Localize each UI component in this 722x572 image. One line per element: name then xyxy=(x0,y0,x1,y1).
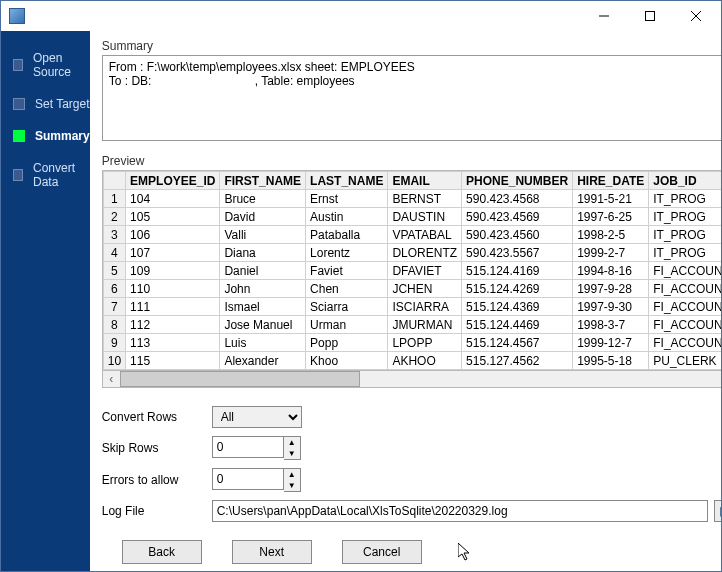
table-cell: Jose Manuel xyxy=(220,316,306,334)
table-cell: 1998-3-7 xyxy=(573,316,649,334)
step-label: Open Source xyxy=(33,51,90,79)
table-cell: 105 xyxy=(126,208,220,226)
close-button[interactable] xyxy=(673,1,719,31)
app-icon xyxy=(9,8,25,24)
table-cell: Lorentz xyxy=(306,244,388,262)
minimize-button[interactable] xyxy=(581,1,627,31)
wizard-step-convert-data[interactable]: Convert Data xyxy=(13,161,90,189)
table-cell: JMURMAN xyxy=(388,316,462,334)
table-cell: Diana xyxy=(220,244,306,262)
scroll-right-icon[interactable]: › xyxy=(718,371,722,387)
wizard-step-set-target[interactable]: Set Target xyxy=(13,97,90,111)
table-cell: Austin xyxy=(306,208,388,226)
summary-text[interactable] xyxy=(102,55,722,141)
table-row[interactable]: 4107DianaLorentzDLORENTZ590.423.55671999… xyxy=(103,244,722,262)
table-cell: Urman xyxy=(306,316,388,334)
table-cell: FI_ACCOUNT xyxy=(649,316,722,334)
table-cell: FI_ACCOUNT xyxy=(649,334,722,352)
table-cell: FI_ACCOUNT xyxy=(649,298,722,316)
horizontal-scrollbar[interactable]: ‹ › xyxy=(102,371,722,388)
table-cell: IT_PROG xyxy=(649,244,722,262)
log-file-browse-button[interactable]: ▤ xyxy=(714,500,722,522)
table-cell: DFAVIET xyxy=(388,262,462,280)
log-file-input[interactable] xyxy=(212,500,708,522)
column-header[interactable]: LAST_NAME xyxy=(306,172,388,190)
next-button[interactable]: Next xyxy=(232,540,312,564)
row-number: 4 xyxy=(103,244,125,262)
table-cell: IT_PROG xyxy=(649,190,722,208)
scroll-left-icon[interactable]: ‹ xyxy=(103,371,120,387)
errors-down-icon[interactable]: ▼ xyxy=(284,480,300,491)
table-cell: DAUSTIN xyxy=(388,208,462,226)
table-cell: 1998-2-5 xyxy=(573,226,649,244)
table-cell: 590.423.5567 xyxy=(462,244,573,262)
table-cell: Sciarra xyxy=(306,298,388,316)
table-cell: 1991-5-21 xyxy=(573,190,649,208)
table-cell: Daniel xyxy=(220,262,306,280)
table-row[interactable]: 10115AlexanderKhooAKHOO515.127.45621995-… xyxy=(103,352,722,370)
convert-rows-label: Convert Rows xyxy=(102,410,212,424)
errors-up-icon[interactable]: ▲ xyxy=(284,469,300,480)
summary-label: Summary xyxy=(102,39,722,53)
table-cell: 111 xyxy=(126,298,220,316)
table-cell: PU_CLERK xyxy=(649,352,722,370)
row-number: 8 xyxy=(103,316,125,334)
table-cell: 107 xyxy=(126,244,220,262)
maximize-button[interactable] xyxy=(627,1,673,31)
table-row[interactable]: 5109DanielFavietDFAVIET515.124.41691994-… xyxy=(103,262,722,280)
table-row[interactable]: 7111IsmaelSciarraISCIARRA515.124.4369199… xyxy=(103,298,722,316)
table-cell: 1999-12-7 xyxy=(573,334,649,352)
table-cell: FI_ACCOUNT xyxy=(649,280,722,298)
errors-input[interactable] xyxy=(212,468,284,490)
step-label: Set Target xyxy=(35,97,89,111)
table-cell: David xyxy=(220,208,306,226)
column-header[interactable]: PHONE_NUMBER xyxy=(462,172,573,190)
table-row[interactable]: 3106ValliPataballaVPATABAL590.423.456019… xyxy=(103,226,722,244)
skip-rows-up-icon[interactable]: ▲ xyxy=(284,437,300,448)
table-row[interactable]: 2105DavidAustinDAUSTIN590.423.45691997-6… xyxy=(103,208,722,226)
table-cell: 590.423.4569 xyxy=(462,208,573,226)
table-cell: Chen xyxy=(306,280,388,298)
column-header[interactable]: EMAIL xyxy=(388,172,462,190)
table-cell: Alexander xyxy=(220,352,306,370)
table-cell: IT_PROG xyxy=(649,226,722,244)
table-cell: FI_ACCOUNT xyxy=(649,262,722,280)
preview-label: Preview xyxy=(102,154,722,168)
table-row[interactable]: 9113LuisPoppLPOPP515.124.45671999-12-7FI… xyxy=(103,334,722,352)
skip-rows-input[interactable] xyxy=(212,436,284,458)
table-cell: Valli xyxy=(220,226,306,244)
column-header[interactable]: EMPLOYEE_ID xyxy=(126,172,220,190)
column-header[interactable]: JOB_ID xyxy=(649,172,722,190)
row-number: 2 xyxy=(103,208,125,226)
table-cell: 112 xyxy=(126,316,220,334)
step-label: Convert Data xyxy=(33,161,90,189)
column-header[interactable]: FIRST_NAME xyxy=(220,172,306,190)
table-cell: JCHEN xyxy=(388,280,462,298)
row-number: 3 xyxy=(103,226,125,244)
scroll-thumb[interactable] xyxy=(120,371,360,387)
wizard-step-summary[interactable]: Summary xyxy=(13,129,90,143)
convert-rows-select[interactable]: All xyxy=(212,406,302,428)
cancel-button[interactable]: Cancel xyxy=(342,540,422,564)
table-row[interactable]: 8112Jose ManuelUrmanJMURMAN515.124.44691… xyxy=(103,316,722,334)
row-number: 1 xyxy=(103,190,125,208)
table-cell: Ismael xyxy=(220,298,306,316)
table-cell: 106 xyxy=(126,226,220,244)
table-cell: 1999-2-7 xyxy=(573,244,649,262)
table-cell: BERNST xyxy=(388,190,462,208)
table-cell: DLORENTZ xyxy=(388,244,462,262)
table-cell: Faviet xyxy=(306,262,388,280)
back-button[interactable]: Back xyxy=(122,540,202,564)
table-cell: 590.423.4568 xyxy=(462,190,573,208)
row-number: 9 xyxy=(103,334,125,352)
wizard-sidebar: Open SourceSet TargetSummaryConvert Data xyxy=(1,31,90,571)
wizard-step-open-source[interactable]: Open Source xyxy=(13,51,90,79)
errors-label: Errors to allow xyxy=(102,473,212,487)
titlebar xyxy=(1,1,721,31)
column-header[interactable]: HIRE_DATE xyxy=(573,172,649,190)
table-cell: AKHOO xyxy=(388,352,462,370)
table-row[interactable]: 6110JohnChenJCHEN515.124.42691997-9-28FI… xyxy=(103,280,722,298)
table-row[interactable]: 1104BruceErnstBERNST590.423.45681991-5-2… xyxy=(103,190,722,208)
skip-rows-down-icon[interactable]: ▼ xyxy=(284,448,300,459)
step-box-icon xyxy=(13,98,25,110)
